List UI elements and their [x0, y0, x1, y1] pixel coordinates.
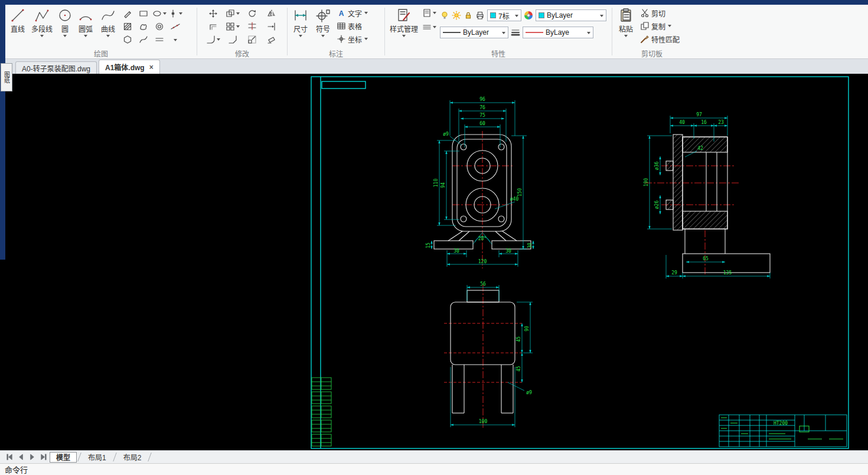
- tab-model[interactable]: 模型: [50, 452, 77, 463]
- chevron-down-icon[interactable]: [163, 12, 167, 15]
- chevron-down-icon[interactable]: [217, 38, 220, 41]
- region-tool-button[interactable]: [135, 20, 151, 33]
- copy-button[interactable]: 复制: [640, 19, 680, 32]
- last-tab-button[interactable]: [38, 453, 48, 462]
- printer-icon[interactable]: [475, 11, 485, 20]
- document-tab-housing[interactable]: A1箱体.dwg ×: [99, 60, 160, 74]
- style-sheet-button[interactable]: [422, 8, 436, 18]
- tab-layout2[interactable]: 布局2: [118, 452, 148, 463]
- copy-tool-button[interactable]: [223, 7, 242, 20]
- polyline-tool-button[interactable]: 多段线: [28, 6, 56, 37]
- chevron-down-icon[interactable]: [433, 12, 436, 14]
- extend-tool-button[interactable]: [262, 20, 281, 33]
- panel-separator: [287, 8, 288, 55]
- chevron-down-icon[interactable]: [668, 25, 671, 27]
- style-manager-button[interactable]: 样式管理: [387, 6, 421, 37]
- annotate-panel-label: 标注: [289, 48, 383, 58]
- mirror-tool-button[interactable]: [262, 7, 281, 20]
- curve-tool-button[interactable]: 曲线: [97, 6, 119, 37]
- chamfer-tool-button[interactable]: [223, 33, 242, 46]
- chevron-down-icon[interactable]: [236, 25, 240, 28]
- scale-tool-button[interactable]: [242, 33, 262, 46]
- spline-tool-button[interactable]: [135, 33, 151, 46]
- linetype-select[interactable]: ByLayer: [440, 27, 508, 38]
- linetype-value: ByLayer: [463, 28, 489, 37]
- chevron-down-icon[interactable]: [236, 12, 240, 15]
- ellipse-tool-button[interactable]: [151, 7, 167, 20]
- chevron-down-icon[interactable]: [179, 12, 182, 15]
- lightbulb-icon[interactable]: [440, 11, 449, 20]
- next-tab-button[interactable]: [27, 453, 37, 462]
- chevron-down-icon[interactable]: [299, 35, 302, 37]
- coordinate-tool-button[interactable]: 坐标: [337, 32, 368, 45]
- chevron-down-icon[interactable]: [63, 35, 67, 37]
- array-icon: [226, 22, 235, 31]
- brush-icon: [640, 34, 650, 44]
- chevron-down-icon[interactable]: [40, 35, 44, 37]
- color-select[interactable]: ByLayer: [536, 9, 606, 21]
- arc-tool-button[interactable]: 圆弧: [74, 6, 97, 37]
- svg-text:30: 30: [505, 248, 511, 254]
- color-swatch: [539, 12, 544, 18]
- cut-button[interactable]: 剪切: [640, 6, 680, 19]
- move-tool-button[interactable]: [203, 7, 223, 20]
- circle-tool-button[interactable]: 圆: [56, 6, 74, 37]
- drawing-canvas[interactable]: 96 76 75 60 110 94 150 ø9 ø40 28° 30 30 …: [0, 74, 868, 450]
- point-tool-button[interactable]: [167, 7, 183, 20]
- chevron-down-icon[interactable]: [106, 35, 110, 37]
- chevron-down-icon[interactable]: [84, 35, 87, 37]
- erase-tool-button[interactable]: [262, 33, 281, 46]
- sun-icon[interactable]: [452, 11, 461, 20]
- freehand-tool-button[interactable]: [119, 7, 135, 20]
- match-properties-button[interactable]: 特性匹配: [640, 32, 680, 45]
- chevron-down-icon[interactable]: [402, 35, 406, 37]
- polygon-tool-button[interactable]: [119, 33, 135, 46]
- chevron-down-icon[interactable]: [364, 12, 368, 14]
- first-tab-button[interactable]: [5, 453, 14, 462]
- curve-icon: [100, 8, 116, 23]
- svg-text:190: 190: [644, 178, 649, 187]
- draw-more-button[interactable]: [167, 33, 183, 46]
- chevron-down-icon[interactable]: [321, 35, 325, 37]
- symbol-tool-button[interactable]: 符号: [312, 6, 334, 37]
- symbol-icon: [315, 8, 331, 23]
- command-line[interactable]: 命令行: [0, 463, 868, 475]
- text-tool-button[interactable]: A 文字: [337, 6, 368, 19]
- close-icon[interactable]: ×: [149, 63, 154, 71]
- chevron-down-icon[interactable]: [433, 26, 436, 28]
- multiline-tool-button[interactable]: [151, 33, 167, 46]
- modify-tool-grid: [203, 7, 281, 46]
- fillet-tool-button[interactable]: [203, 33, 223, 46]
- chevron-down-icon[interactable]: [624, 35, 628, 37]
- donut-tool-button[interactable]: [151, 20, 167, 33]
- table-tool-button[interactable]: 表格: [337, 19, 368, 32]
- trim-tool-button[interactable]: [242, 20, 262, 33]
- tab-layout1[interactable]: 布局1: [82, 452, 112, 463]
- dimension-tool-button[interactable]: 尺寸: [289, 6, 312, 37]
- command-line-prompt: 命令行: [5, 464, 28, 475]
- chevron-down-icon[interactable]: [364, 38, 368, 40]
- document-tab-bar: A0-转子泵装配图.dwg A1箱体.dwg ×: [0, 59, 868, 74]
- paste-button[interactable]: 粘贴: [614, 6, 638, 37]
- array-tool-button[interactable]: [223, 20, 242, 33]
- document-tab-assembly[interactable]: A0-转子泵装配图.dwg: [15, 61, 97, 74]
- construction-line-tool-button[interactable]: [167, 20, 183, 33]
- model-canvas: 96 76 75 60 110 94 150 ø9 ø40 28° 30 30 …: [0, 74, 868, 450]
- tab-model-label: 模型: [56, 452, 70, 462]
- lock-icon[interactable]: [464, 11, 473, 20]
- rotate-tool-button[interactable]: [242, 7, 262, 20]
- palette-tab[interactable]: 图纸: [1, 63, 12, 91]
- offset-tool-button[interactable]: [203, 20, 223, 33]
- chevron-down-icon: [600, 15, 603, 17]
- svg-text:ø9: ø9: [443, 132, 449, 137]
- rectangle-tool-button[interactable]: [135, 7, 151, 20]
- hatch-tool-button[interactable]: [119, 20, 135, 33]
- list-style-button[interactable]: [422, 22, 436, 32]
- previous-tab-button[interactable]: [16, 453, 25, 462]
- lineweight-select[interactable]: ByLayer: [523, 27, 593, 38]
- palette-tab-label: 图纸: [2, 71, 11, 83]
- lineweight-list-icon[interactable]: [511, 28, 520, 37]
- line-tool-button[interactable]: 直线: [7, 6, 28, 34]
- color-wheel-icon[interactable]: [524, 11, 533, 20]
- layer-select[interactable]: 7标: [487, 9, 521, 21]
